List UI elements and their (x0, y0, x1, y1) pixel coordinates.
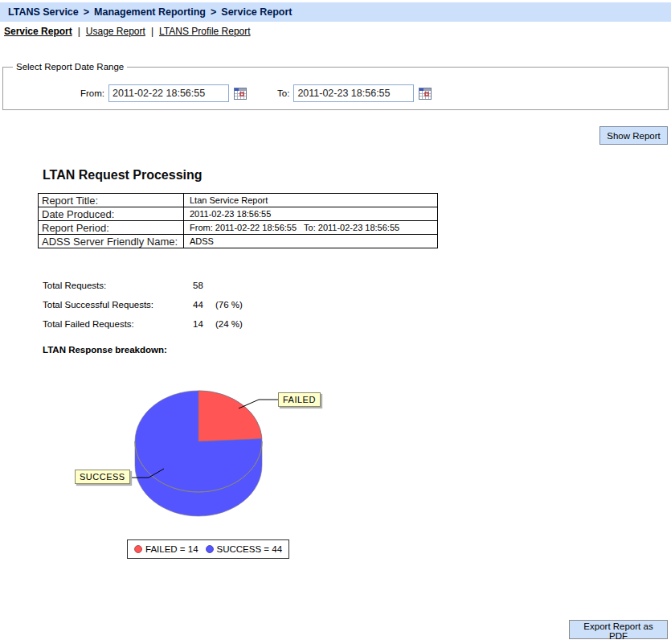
date-range-row: From: To: (80, 84, 661, 102)
info-value: Ltan Service Report (184, 194, 438, 207)
to-date-input[interactable] (293, 84, 414, 102)
breakdown-label: LTAN Response breakdown: (43, 345, 167, 355)
pie-callout-failed: FAILED (278, 392, 321, 407)
info-value: ADSS (184, 235, 438, 248)
total-percent: (24 %) (215, 319, 243, 329)
info-value: 2011-02-23 18:56:55 (184, 207, 438, 221)
legend-success-text: SUCCESS = 44 (217, 544, 283, 554)
total-label: Total Successful Requests: (43, 300, 193, 310)
breadcrumb-item-service: LTANS Service (8, 6, 79, 18)
tab-service-report[interactable]: Service Report (4, 26, 72, 37)
tab-usage-report[interactable]: Usage Report (86, 26, 145, 37)
pie-slice-failed[interactable] (198, 391, 262, 441)
breadcrumb-item-management-reporting: Management Reporting (94, 6, 206, 18)
total-failed-row: Total Failed Requests: 14 (24 %) (43, 319, 243, 329)
tab-ltans-profile-report[interactable]: LTANS Profile Report (159, 26, 251, 37)
total-value: 58 (193, 281, 215, 290)
info-value: From: 2011-02-22 18:56:55 To: 2011-02-23… (184, 221, 438, 235)
from-date-input[interactable] (108, 84, 229, 102)
legend-failed-dot-icon (134, 545, 142, 553)
to-label: To: (277, 88, 289, 98)
report-heading: LTAN Request Processing (43, 168, 203, 183)
report-info-table: Report Title: Ltan Service Report Date P… (38, 193, 438, 248)
total-successful-row: Total Successful Requests: 44 (76 %) (43, 300, 243, 310)
calendar-icon (419, 88, 432, 100)
info-label: Report Title: (39, 194, 184, 207)
total-requests-row: Total Requests: 58 (43, 281, 243, 290)
table-row: Report Title: Ltan Service Report (39, 194, 438, 207)
date-range-fieldset: Select Report Date Range From: To: (2, 62, 669, 110)
total-label: Total Requests: (43, 281, 193, 290)
info-label: Report Period: (39, 221, 184, 235)
table-row: Date Produced: 2011-02-23 18:56:55 (39, 207, 438, 221)
calendar-icon (234, 88, 247, 100)
report-tabs: Service Report | Usage Report | LTANS Pr… (4, 26, 251, 37)
export-report-pdf-button[interactable]: Export Report as PDF (569, 620, 668, 639)
table-row: ADSS Server Friendly Name: ADSS (39, 235, 438, 248)
table-row: Report Period: From: 2011-02-22 18:56:55… (39, 221, 438, 235)
show-report-button[interactable]: Show Report (599, 126, 668, 145)
info-label: ADSS Server Friendly Name: (39, 235, 184, 248)
total-value: 44 (193, 300, 215, 310)
legend-entry-success: SUCCESS = 44 (206, 544, 283, 554)
tab-separator: | (151, 26, 153, 37)
breadcrumb-separator: > (211, 6, 216, 18)
info-label: Date Produced: (39, 207, 184, 221)
date-range-legend: Select Report Date Range (13, 62, 127, 72)
service-report-page: LTANS Service > Management Reporting > S… (0, 0, 671, 644)
chart-legend: FAILED = 14 SUCCESS = 44 (127, 539, 289, 559)
breadcrumb-separator: > (84, 6, 89, 18)
total-label: Total Failed Requests: (43, 319, 193, 329)
from-label: From: (80, 88, 104, 98)
breadcrumb: LTANS Service > Management Reporting > S… (0, 2, 671, 22)
legend-success-dot-icon (206, 545, 214, 553)
legend-entry-failed: FAILED = 14 (134, 544, 198, 554)
legend-failed-text: FAILED = 14 (145, 544, 198, 554)
tab-separator: | (78, 26, 80, 37)
breadcrumb-item-service-report: Service Report (221, 6, 292, 18)
total-percent: (76 %) (215, 300, 243, 310)
from-calendar-button[interactable] (234, 88, 247, 100)
to-calendar-button[interactable] (419, 88, 432, 100)
totals-section: Total Requests: 58 Total Successful Requ… (43, 281, 243, 338)
pie-callout-success: SUCCESS (75, 470, 130, 484)
total-value: 14 (193, 319, 215, 329)
